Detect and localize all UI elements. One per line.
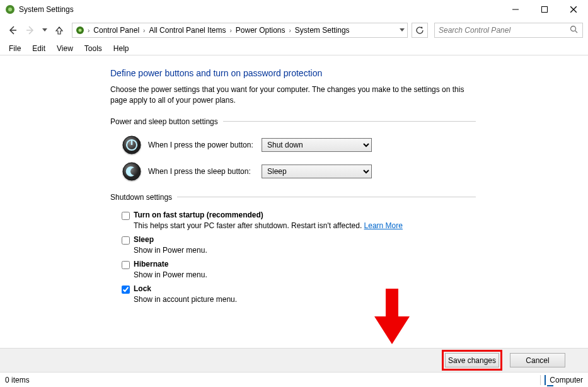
menu-file[interactable]: File [4,43,26,54]
menu-help[interactable]: Help [108,43,134,54]
close-button[interactable] [559,0,588,19]
fast-startup-checkbox-label[interactable]: Turn on fast startup (recommended) [122,211,476,220]
section-shutdown: Shutdown settings [110,193,476,202]
hibernate-row: Hibernate Show in Power menu. [110,260,476,279]
breadcrumb-power-options[interactable]: Power Options [234,26,287,35]
breadcrumb-all-items[interactable]: All Control Panel Items [147,26,227,35]
breadcrumb-control-panel[interactable]: Control Panel [92,26,141,35]
maximize-button[interactable] [530,0,559,19]
power-button-label: When I press the power button: [148,141,262,149]
chevron-right-icon[interactable]: › [88,27,89,34]
sleep-desc: Show in Power menu. [134,246,476,255]
sleep-row: Sleep Show in Power menu. [110,235,476,255]
up-button[interactable] [52,23,67,38]
fast-startup-checkbox[interactable] [122,212,130,220]
sleep-title: Sleep [134,235,154,244]
sleep-button-select[interactable]: Sleep [262,165,372,178]
annotation-save-highlight: Save changes [442,350,502,371]
title-bar: System Settings [0,0,588,19]
recent-dropdown[interactable] [40,23,49,38]
power-button-icon [122,135,142,155]
lock-desc: Show in account picture menu. [134,295,476,304]
chevron-right-icon[interactable]: › [229,27,231,34]
sleep-checkbox-label[interactable]: Sleep [122,235,476,245]
hibernate-checkbox[interactable] [122,261,130,269]
back-button[interactable] [5,23,20,38]
fast-startup-row: Turn on fast startup (recommended) This … [110,211,476,230]
status-item-count: 0 items [5,376,30,384]
hibernate-title: Hibernate [134,260,168,269]
svg-line-11 [575,30,578,33]
save-changes-button[interactable]: Save changes [445,353,499,367]
cancel-button[interactable]: Cancel [510,353,565,367]
sleep-button-label: When I press the sleep button: [148,167,262,176]
menu-tools[interactable]: Tools [79,43,107,54]
search-icon[interactable] [570,25,579,36]
search-input[interactable] [439,26,570,35]
window-title: System Settings [19,5,501,14]
address-dropdown-icon[interactable] [400,28,405,32]
sleep-button-row: When I press the sleep button: Sleep [110,161,476,182]
lock-title: Lock [134,284,151,293]
minimize-button[interactable] [501,0,530,19]
refresh-button[interactable] [412,23,428,38]
fast-startup-title: Turn on fast startup (recommended) [134,211,263,219]
window-controls [501,0,588,19]
section-shutdown-label: Shutdown settings [110,193,177,202]
app-icon [5,4,15,14]
page-heading: Define power buttons and turn on passwor… [110,68,476,78]
power-options-icon [75,25,85,35]
menu-edit[interactable]: Edit [27,43,50,54]
button-bar: Save changes Cancel [0,348,588,372]
menu-view[interactable]: View [52,43,78,54]
chevron-right-icon[interactable]: › [143,27,145,34]
sleep-button-icon [122,161,142,182]
address-bar[interactable]: › Control Panel › All Control Panel Item… [72,23,408,38]
content-area: Define power buttons and turn on passwor… [0,55,588,348]
sleep-checkbox[interactable] [122,236,130,245]
fast-startup-desc: This helps start your PC faster after sh… [134,221,476,230]
section-power-sleep: Power and sleep button settings [110,117,476,126]
lock-checkbox[interactable] [122,286,130,294]
breadcrumb-system-settings[interactable]: System Settings [294,26,351,35]
status-computer-label: Computer [550,376,583,384]
page-description: Choose the power settings that you want … [110,84,476,106]
power-button-select[interactable]: Shut down [262,138,372,152]
hibernate-checkbox-label[interactable]: Hibernate [122,260,476,269]
menu-bar: File Edit View Tools Help [0,42,588,55]
lock-checkbox-label[interactable]: Lock [122,284,476,294]
svg-point-15 [123,163,141,180]
lock-row: Lock Show in account picture menu. [110,284,476,304]
hibernate-desc: Show in Power menu. [134,270,476,279]
power-button-row: When I press the power button: Shut down [110,135,476,155]
svg-point-10 [571,26,576,31]
learn-more-link[interactable]: Learn More [364,221,403,230]
svg-point-9 [79,29,82,32]
navigation-bar: › Control Panel › All Control Panel Item… [0,19,588,42]
section-power-sleep-label: Power and sleep button settings [110,117,223,126]
status-separator [540,375,541,385]
computer-icon [545,376,546,384]
forward-button[interactable] [23,23,38,38]
svg-rect-3 [542,7,548,13]
chevron-right-icon[interactable]: › [289,27,291,34]
search-box[interactable] [434,23,583,38]
status-bar: 0 items Computer [0,372,588,387]
svg-point-1 [8,8,12,11]
